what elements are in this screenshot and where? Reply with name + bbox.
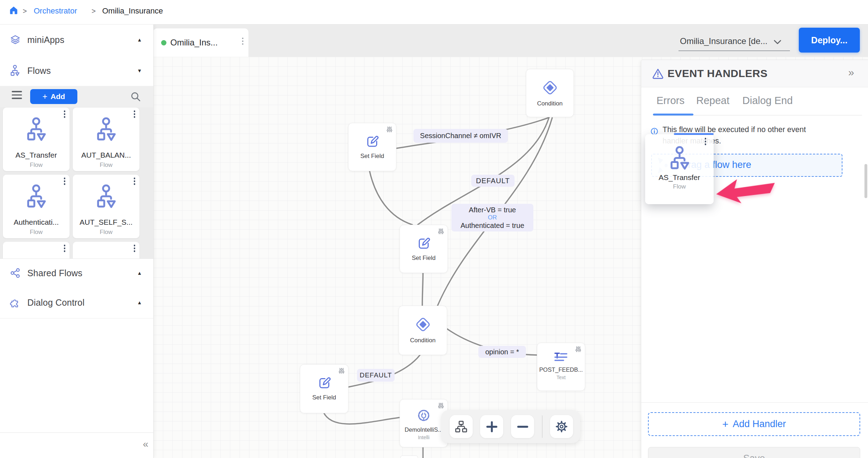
expand-caret-icon[interactable]: ▼: [137, 68, 142, 73]
tab-dialog-end[interactable]: Dialog End: [742, 95, 793, 107]
add-label: Add: [51, 92, 65, 101]
section-label: Shared Flows: [27, 268, 82, 278]
node-settings-icon[interactable]: [438, 402, 444, 409]
deploy-button[interactable]: Deploy...: [799, 28, 860, 53]
flow-card-as-transfer[interactable]: AS_Transfer Flow: [3, 108, 70, 171]
edge-label-session-channel[interactable]: SessionChannel ≠ omIVR: [413, 129, 508, 143]
flow-card-partial[interactable]: [3, 242, 70, 258]
tabs-divider: [653, 115, 862, 115]
save-button[interactable]: Save: [648, 447, 860, 458]
tab-title: Omilia_Ins...: [170, 38, 218, 48]
edge-label-opinion[interactable]: opinion = *: [478, 346, 526, 358]
flows-toolbar: + Add: [0, 86, 153, 107]
kebab-menu-icon[interactable]: [134, 110, 136, 119]
kebab-menu-icon[interactable]: [64, 178, 66, 186]
add-handler-label: Add Handler: [733, 419, 786, 430]
active-tab-indicator: [653, 114, 693, 116]
sidebar-section-miniapps[interactable]: miniApps ▲: [0, 24, 153, 56]
collapse-caret-icon[interactable]: ▲: [137, 270, 142, 276]
node-condition-top[interactable]: Condition: [526, 69, 574, 117]
puzzle-icon: [10, 297, 21, 308]
tab-omilia-insurance[interactable]: Omilia_Ins...: [153, 28, 248, 57]
sidebar-section-flows[interactable]: Flows ▼: [0, 55, 153, 86]
breadcrumb-separator: >: [92, 7, 96, 15]
sidebar-section-dialog-control[interactable]: Dialog Control ▲: [0, 287, 153, 318]
flow-card-name: AUT_BALAN...: [73, 151, 139, 159]
node-settings-icon[interactable]: [438, 228, 444, 235]
flow-card-aut-self-service[interactable]: AUT_SELF_S... Flow: [73, 175, 139, 238]
collapse-caret-icon[interactable]: ▲: [137, 300, 142, 305]
panel-header: EVENT HANDLERS »: [641, 60, 868, 87]
kebab-menu-icon: [705, 138, 707, 146]
node-set-field-bottom[interactable]: Set Field: [300, 364, 348, 413]
dragged-flow-card[interactable]: AS_Transfer Flow: [645, 134, 714, 204]
set-field-pencil-icon: [365, 134, 379, 148]
kebab-menu-icon[interactable]: [64, 110, 66, 119]
kebab-menu-icon[interactable]: [64, 245, 66, 253]
breadcrumb-orchestrator-link[interactable]: Orchestrator: [34, 6, 77, 16]
set-field-pencil-icon: [317, 375, 331, 389]
version-select[interactable]: Omilia_Insurance [de...: [679, 34, 790, 51]
node-label: Set Field: [312, 394, 336, 401]
drop-insert-indicator: [674, 133, 714, 135]
flow-card-type: Flow: [3, 162, 70, 169]
node-settings-icon[interactable]: [386, 126, 392, 133]
scrollbar-thumb[interactable]: [864, 164, 867, 198]
node-demo-intelli[interactable]: DemoIntelliS... Intelli: [400, 399, 448, 447]
event-handlers-panel: EVENT HANDLERS » Errors Repeat Dialog En…: [641, 60, 868, 458]
search-icon[interactable]: [130, 91, 141, 102]
zoom-out-button[interactable]: [511, 415, 534, 438]
auto-layout-button[interactable]: [450, 415, 473, 438]
add-handler-button[interactable]: + Add Handler: [648, 412, 860, 436]
dragged-card-type: Flow: [673, 183, 686, 190]
node-settings-icon[interactable]: [339, 367, 345, 374]
collapse-caret-icon[interactable]: ▲: [137, 37, 142, 43]
flow-icon: [10, 65, 20, 77]
edge-label-after-vb[interactable]: After-VB = true OR Authenticated = true: [451, 204, 533, 231]
footer-divider: [641, 402, 868, 403]
kebab-menu-icon[interactable]: [134, 245, 136, 253]
section-label: Flows: [27, 66, 51, 76]
flow-card-aut-balance[interactable]: AUT_BALAN... Flow: [73, 108, 139, 171]
collapse-panel-icon[interactable]: »: [848, 66, 854, 78]
minus-icon: [517, 421, 528, 432]
tab-kebab-menu-icon[interactable]: [242, 38, 243, 46]
node-label: Condition: [410, 337, 436, 344]
home-icon[interactable]: [9, 5, 18, 15]
sidebar-section-shared-flows[interactable]: Shared Flows ▲: [0, 258, 153, 287]
sidebar: miniApps ▲ Flows ▼ + Add AS_Transfer Flo…: [0, 24, 154, 458]
node-post-feedback[interactable]: POST_FEEDB... Text: [537, 343, 585, 391]
section-label: Dialog Control: [27, 297, 84, 307]
node-set-field-middle[interactable]: Set Field: [400, 225, 448, 273]
collapse-sidebar-icon[interactable]: «: [143, 438, 148, 450]
node-set-field-top[interactable]: Set Field: [348, 123, 396, 171]
flow-card-list: AS_Transfer Flow AUT_BALAN... Flow Authe…: [0, 107, 153, 258]
flow-card-authentication[interactable]: Authenticati... Flow: [3, 175, 70, 238]
flow-card-name: AS_Transfer: [3, 151, 70, 159]
tab-errors[interactable]: Errors: [657, 95, 685, 107]
node-type-label: Text: [556, 375, 566, 380]
chevron-down-icon: [774, 40, 781, 44]
flow-card-type: Flow: [73, 229, 139, 236]
flow-card-partial[interactable]: [73, 242, 139, 258]
edge-label-line2: Authenticated = true: [461, 221, 524, 230]
edge-label-default-2[interactable]: DEFAULT: [357, 369, 395, 382]
edge-label-default-1[interactable]: DEFAULT: [471, 175, 515, 187]
node-condition-middle[interactable]: Condition: [399, 306, 447, 355]
flow-card-type: Flow: [3, 229, 70, 236]
condition-diamond-icon: [542, 80, 558, 96]
zoom-in-button[interactable]: [480, 415, 503, 438]
flow-card-type: Flow: [73, 162, 139, 169]
flow-icon: [26, 184, 46, 209]
plus-glyph: +: [43, 92, 48, 102]
plus-glyph: +: [722, 418, 729, 430]
node-label: Set Field: [412, 255, 435, 262]
canvas-toolbar: [441, 410, 580, 443]
node-settings-icon[interactable]: [575, 346, 581, 353]
kebab-menu-icon[interactable]: [134, 178, 136, 186]
add-flow-button[interactable]: + Add: [30, 89, 77, 104]
node-type-label: Intelli: [418, 435, 430, 440]
tab-repeat[interactable]: Repeat: [696, 95, 730, 107]
list-view-icon[interactable]: [12, 91, 22, 101]
canvas-settings-button[interactable]: [550, 415, 573, 438]
